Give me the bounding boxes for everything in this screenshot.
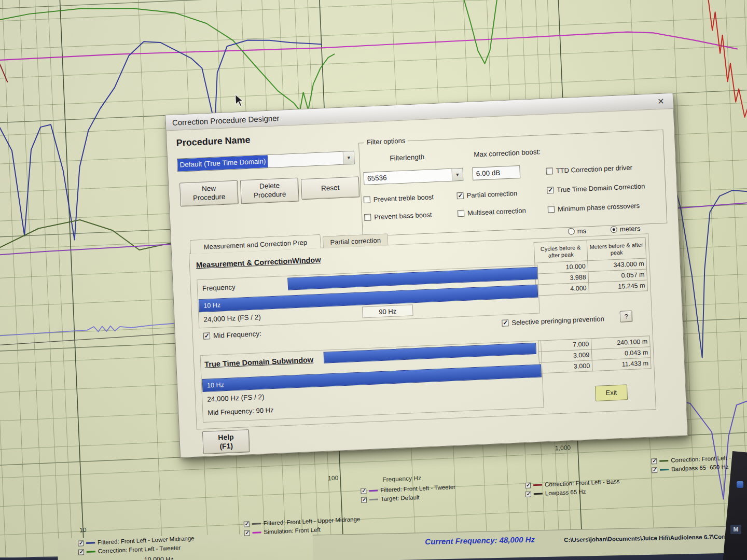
table-cell: 3.000	[540, 360, 593, 373]
dropdown-arrow-icon[interactable]	[451, 169, 463, 181]
unit-meters-label: meters	[619, 225, 640, 233]
procedure-select[interactable]: Default (True Time Domain)	[177, 151, 355, 172]
prevent-bass-boost-label: Prevent bass boost	[374, 211, 432, 221]
measurement-window-table: Cycles before & after peak Meters before…	[534, 237, 648, 296]
x-tick-100: 100	[328, 474, 339, 482]
preringing-label: Selective preringing prevention	[511, 315, 604, 327]
dialog-title: Correction Procedure Designer	[172, 114, 280, 127]
x-tick-10: 10	[79, 526, 87, 534]
ttd-subwindow-table: 7.000 240.100 m 3.009 0.043 m 3.000 11.4…	[538, 335, 652, 373]
legend-color-swatch	[87, 551, 95, 553]
table-cell: 4.000	[536, 283, 589, 296]
filterlength-label: Filterlength	[390, 153, 424, 162]
mid-frequency-value-cell[interactable]: 90 Hz	[362, 304, 413, 318]
legend-checkbox[interactable]	[651, 458, 657, 464]
unit-meters-row: meters	[610, 225, 640, 234]
partial-correction-label: Partial correction	[466, 189, 517, 199]
cycles-column-header: Cycles before & after peak	[534, 240, 588, 263]
legend-checkbox[interactable]	[525, 491, 531, 497]
legend-checkbox[interactable]	[361, 488, 366, 494]
filter-options-group: Filter options Filterlength Max correcti…	[358, 130, 667, 236]
unit-ms-label: ms	[577, 227, 586, 235]
legend-color-swatch	[533, 484, 542, 486]
legend-checkbox[interactable]	[244, 530, 250, 536]
delete-procedure-button[interactable]: Delete Procedure	[240, 178, 299, 204]
monitor-badge: M	[730, 525, 741, 534]
multiseat-correction-label: Multiseat correction	[467, 206, 526, 217]
table-cell: 11.433 m	[592, 358, 652, 371]
filter-options-legend: Filter options	[364, 136, 408, 146]
legend-color-swatch	[660, 468, 669, 470]
dropdown-arrow-icon[interactable]	[343, 151, 354, 164]
measurement-prep-panel: Measurement & CorrectionWindow Cycles be…	[189, 233, 656, 429]
unit-meters-radio[interactable]	[610, 226, 617, 233]
preringing-checkbox[interactable]	[502, 319, 509, 327]
ttd-correction-label: True Time Domain Correction	[557, 182, 645, 193]
close-icon[interactable]	[655, 96, 667, 106]
multiseat-correction-checkbox[interactable]	[458, 210, 465, 217]
legend-color-swatch	[369, 498, 378, 500]
legend-color-swatch	[369, 489, 378, 492]
mid-frequency-checkbox[interactable]	[203, 332, 211, 340]
prevent-bass-boost-row: Prevent bass boost	[364, 211, 432, 221]
combo-filler	[386, 169, 452, 184]
exit-button[interactable]: Exit	[595, 384, 628, 401]
prevent-treble-boost-row: Prevent treble boost	[363, 193, 434, 204]
help-button[interactable]: Help (F1)	[202, 429, 250, 454]
combo-filler	[268, 152, 343, 167]
frequency-note: 10,000 Hz	[144, 555, 174, 560]
meters-column-header: Meters before & after peak	[587, 237, 647, 261]
filterlength-select[interactable]: 65536	[363, 168, 463, 185]
procedure-name-heading: Procedure Name	[176, 135, 251, 149]
legend-checkbox[interactable]	[78, 540, 84, 546]
mouse-cursor	[233, 93, 245, 107]
frequency-label: Frequency	[202, 283, 236, 292]
legend-checkbox[interactable]	[525, 482, 531, 488]
legend-color-swatch	[252, 523, 261, 525]
min-phase-crossovers-checkbox[interactable]	[548, 206, 555, 213]
legend-checkbox[interactable]	[652, 467, 657, 472]
max-boost-label: Max correction boost:	[474, 148, 541, 159]
table-cell: 15.245 m	[589, 280, 648, 293]
correction-file-path: C:\Users\johan\Documents\Juice Hifi\Audi…	[564, 533, 747, 543]
bezel-indicator-icon	[737, 481, 743, 488]
ttd-per-driver-label: TTD Correction per driver	[556, 163, 632, 174]
legend-checkbox[interactable]	[78, 549, 84, 555]
new-procedure-button[interactable]: New Procedure	[179, 180, 239, 207]
ttd-correction-row: True Time Domain Correction	[547, 182, 645, 194]
max-boost-input[interactable]: 6.00 dB	[472, 165, 520, 180]
correction-procedure-designer-dialog: Correction Procedure Designer Procedure …	[165, 93, 688, 458]
unit-ms-row: ms	[568, 227, 587, 235]
legend-checkbox[interactable]	[361, 497, 367, 502]
procedure-selected-value: Default (True Time Domain)	[177, 155, 268, 172]
ttd-correction-checkbox[interactable]	[547, 187, 554, 194]
unit-ms-radio[interactable]	[568, 228, 575, 235]
help-question-button[interactable]: ?	[620, 311, 633, 323]
legend-color-swatch	[534, 493, 543, 495]
min-phase-crossovers-label: Minimum phase crossovers	[558, 202, 640, 213]
mid-frequency-row: Mid Frequency:	[203, 330, 262, 340]
prevent-treble-boost-label: Prevent treble boost	[373, 193, 434, 203]
prevent-bass-boost-checkbox[interactable]	[364, 214, 371, 221]
partial-correction-checkbox[interactable]	[457, 192, 464, 200]
mid-frequency-label: Mid Frequency:	[213, 330, 262, 340]
preringing-row: Selective preringing prevention	[502, 315, 604, 327]
ttd-per-driver-checkbox[interactable]	[546, 167, 553, 175]
legend-color-swatch	[659, 459, 668, 461]
filterlength-value: 65536	[364, 172, 388, 185]
legend-checkbox[interactable]	[244, 521, 250, 527]
measurement-window-heading: Measurement & CorrectionWindow	[196, 256, 321, 269]
monitor-screen: 10 100 1,000 Frequency Hz Correction: Cu…	[0, 0, 747, 560]
ttd-per-driver-row: TTD Correction per driver	[546, 163, 632, 175]
x-tick-1000: 1,000	[555, 444, 571, 452]
legend-color-swatch	[253, 531, 261, 534]
current-frequency-readout: Current Frequency: 48,000 Hz	[425, 535, 535, 546]
reset-button[interactable]: Reset	[301, 176, 360, 200]
prevent-treble-boost-checkbox[interactable]	[364, 197, 371, 204]
multiseat-correction-row: Multiseat correction	[458, 206, 526, 217]
min-phase-crossovers-row: Minimum phase crossovers	[548, 202, 640, 214]
partial-correction-row: Partial correction	[457, 189, 517, 200]
legend-color-swatch	[86, 542, 95, 544]
